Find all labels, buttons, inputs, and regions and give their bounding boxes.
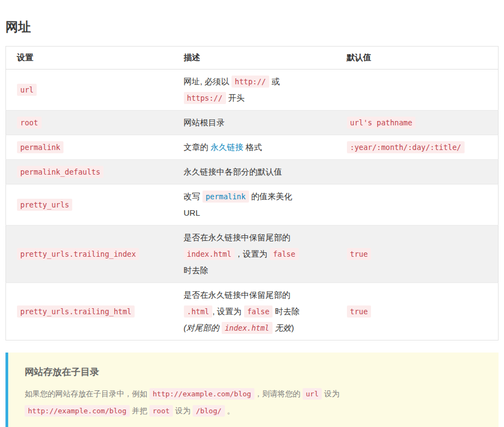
text: 设为 [322, 389, 339, 398]
note-line: 如果您的网站存放在子目录中，例如 http://example.com/blog… [25, 385, 482, 402]
default-cell [336, 160, 499, 184]
table-row: pretty_urls.trailing_index是否在永久链接中保留尾部的i… [6, 226, 499, 283]
description-line: URL [184, 205, 325, 221]
note-title: 网站存放在子目录 [25, 366, 482, 378]
page-title: 网址 [5, 19, 499, 36]
text: 设为 [173, 406, 193, 415]
setting-cell: root [6, 111, 173, 135]
inline-code-italic: index.html [222, 322, 273, 334]
description-line: 永久链接中各部分的默认值 [184, 164, 325, 180]
text: URL [184, 208, 200, 217]
setting-code: url [17, 84, 37, 96]
inline-code: :year/:month/:day/:title/ [347, 141, 465, 153]
inline-code: true [347, 305, 372, 318]
text: 时去除 [184, 266, 208, 275]
text: 的值来美化 [249, 192, 292, 201]
inline-code: /blog/ [193, 405, 225, 417]
default-cell: true [336, 226, 499, 283]
default-cell: true [336, 283, 499, 341]
setting-cell: pretty_urls [6, 184, 173, 226]
text: 开头 [226, 93, 245, 102]
table-row: permalink文章的 永久链接 格式:year/:month/:day/:t… [6, 135, 499, 160]
default-cell [336, 70, 499, 111]
setting-code: root [17, 117, 42, 129]
inline-code: url [303, 388, 322, 400]
text: ，则请将您的 [254, 389, 303, 398]
inline-code-link[interactable]: permalink [202, 191, 249, 203]
setting-code: permalink [17, 141, 63, 153]
description-cell: 网址, 必须以 http:// 或https:// 开头 [173, 70, 336, 111]
inline-link[interactable]: 永久链接 [211, 142, 244, 152]
text: ) [291, 323, 294, 332]
text: , 设置为 [212, 307, 244, 316]
table-row: root网站根目录url's pathname [6, 111, 499, 135]
description-cell: 是否在永久链接中保留尾部的.html, 设置为 false 时去除(对尾部的 i… [173, 283, 336, 341]
text: 如果您的网站存放在子目录中，例如 [25, 389, 149, 398]
table-header-row: 设置 描述 默认值 [6, 47, 499, 70]
text: 并把 [130, 406, 149, 415]
inline-code: http://example.com/blog [25, 405, 130, 417]
setting-cell: permalink [6, 135, 173, 160]
description-cell: 文章的 永久链接 格式 [173, 135, 336, 160]
italic-text: (对尾部的 [184, 323, 222, 332]
inline-code: https:// [184, 92, 226, 104]
description-line: 文章的 永久链接 格式 [184, 139, 325, 155]
text: 改写 [184, 192, 202, 201]
description-cell: 网站根目录 [173, 111, 336, 135]
setting-cell: pretty_urls.trailing_index [6, 226, 173, 283]
table-row: pretty_urls改写 permalink 的值来美化URL [6, 184, 499, 226]
description-line: 网址, 必须以 http:// 或 [184, 73, 325, 90]
setting-cell: url [6, 70, 173, 111]
text: 网址, 必须以 [184, 77, 232, 86]
text: 永久链接中各部分的默认值 [184, 167, 282, 176]
settings-table-body: url网址, 必须以 http:// 或https:// 开头root网站根目录… [6, 70, 499, 341]
column-header-setting: 设置 [6, 47, 173, 70]
default-cell [336, 184, 499, 226]
column-header-default: 默认值 [336, 47, 499, 70]
column-header-description: 描述 [173, 47, 336, 70]
settings-table: 设置 描述 默认值 url网址, 必须以 http:// 或https:// 开… [5, 46, 499, 341]
description-line: https:// 开头 [184, 90, 325, 106]
description-line: index.html，设置为 false [184, 246, 325, 262]
text: ，设置为 [235, 249, 270, 258]
text: 。 [225, 406, 235, 415]
description-cell: 永久链接中各部分的默认值 [173, 160, 336, 184]
description-line: 是否在永久链接中保留尾部的 [184, 287, 325, 303]
setting-cell: permalink_defaults [6, 160, 173, 184]
setting-code: permalink_defaults [17, 166, 103, 178]
inline-code: .html [184, 305, 213, 318]
description-line: (对尾部的 index.html 无效) [184, 320, 325, 336]
table-row: permalink_defaults永久链接中各部分的默认值 [6, 160, 499, 184]
inline-code: false [244, 305, 273, 318]
setting-code: pretty_urls.trailing_html [17, 305, 135, 318]
description-line: 网站根目录 [184, 114, 325, 131]
description-cell: 改写 permalink 的值来美化URL [173, 184, 336, 226]
description-line: 是否在永久链接中保留尾部的 [184, 229, 325, 246]
inline-code: http://example.com/blog [149, 388, 254, 400]
description-cell: 是否在永久链接中保留尾部的index.html，设置为 false时去除 [173, 226, 336, 283]
inline-code: http:// [231, 76, 269, 88]
note-box: 网站存放在子目录 如果您的网站存放在子目录中，例如 http://example… [5, 353, 499, 427]
setting-cell: pretty_urls.trailing_html [6, 283, 173, 341]
default-cell: url's pathname [336, 111, 499, 135]
text: 文章的 [184, 142, 211, 152]
text: 网站根目录 [184, 118, 225, 127]
setting-code: pretty_urls [17, 199, 72, 211]
inline-code: root [149, 405, 173, 417]
note-text: 如果您的网站存放在子目录中，例如 http://example.com/blog… [25, 385, 482, 419]
inline-code: false [270, 248, 299, 260]
inline-code: index.html [184, 248, 235, 260]
italic-text: 无效 [273, 323, 291, 332]
table-row: pretty_urls.trailing_html是否在永久链接中保留尾部的.h… [6, 283, 499, 341]
inline-code: url's pathname [347, 117, 416, 129]
text: 或 [269, 77, 280, 86]
text: 是否在永久链接中保留尾部的 [184, 233, 291, 242]
text: 格式 [244, 142, 262, 152]
inline-code: true [347, 248, 372, 260]
description-line: 时去除 [184, 262, 325, 279]
description-line: 改写 permalink 的值来美化 [184, 188, 325, 205]
text: 时去除 [273, 307, 299, 316]
note-line: http://example.com/blog 并把 root 设为 /blog… [25, 402, 482, 419]
text: 是否在永久链接中保留尾部的 [184, 290, 291, 299]
default-cell: :year/:month/:day/:title/ [336, 135, 499, 160]
